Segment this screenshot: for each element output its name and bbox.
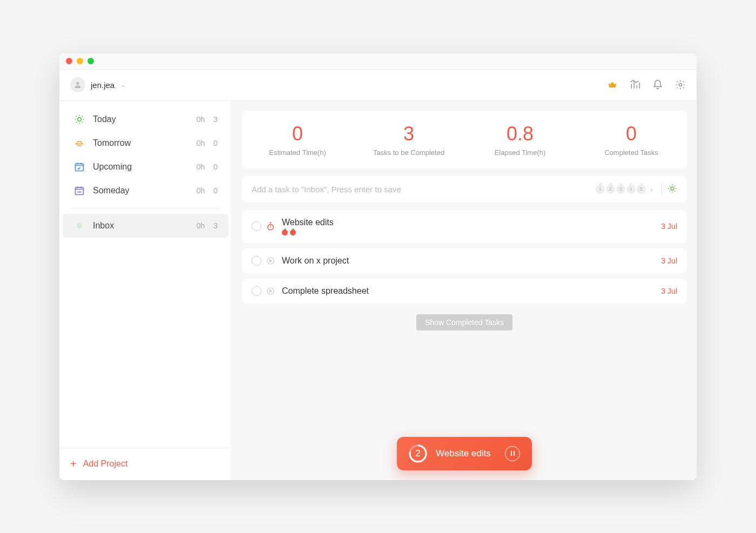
task-date: 3 Jul	[661, 287, 677, 295]
stopwatch-icon[interactable]	[266, 221, 275, 231]
task-row[interactable]: Work on x project 3 Jul	[242, 248, 687, 273]
sun-icon[interactable]	[667, 184, 677, 195]
svg-point-2	[78, 117, 82, 121]
window-minimize-button[interactable]	[77, 58, 83, 64]
bell-icon[interactable]	[652, 79, 663, 90]
user-menu[interactable]: jen.jea ⌄	[70, 77, 125, 92]
svg-rect-3	[76, 164, 84, 171]
stat-to-complete: 3 Tasks to be Completed	[353, 123, 464, 157]
body: Today 0h3 Tomorrow 0h0 Upcoming 0h0	[59, 101, 697, 480]
main-panel: 0 Estimated Time(h) 3 Tasks to be Comple…	[232, 101, 697, 480]
svg-point-6	[79, 192, 80, 192]
sidebar-item-label: Inbox	[93, 221, 197, 231]
sidebar-item-today[interactable]: Today 0h3	[63, 107, 228, 131]
crown-icon[interactable]	[607, 79, 618, 90]
sidebar-item-label: Today	[93, 114, 197, 124]
svg-point-5	[78, 192, 78, 192]
window-fullscreen-button[interactable]	[87, 58, 94, 64]
pomodoro-icon	[290, 230, 296, 235]
chevron-right-icon[interactable]: ›	[650, 185, 653, 194]
pause-icon	[511, 451, 515, 456]
sun-icon	[73, 113, 85, 125]
stopwatch-icon[interactable]: 3	[616, 185, 625, 194]
task-title: Work on x project	[282, 256, 661, 266]
gear-icon[interactable]	[675, 79, 686, 90]
pause-button[interactable]	[505, 446, 520, 461]
task-title: Complete spreadsheet	[282, 286, 661, 296]
sidebar-item-label: Upcoming	[93, 162, 197, 172]
calendar-someday-icon	[73, 185, 85, 197]
timer-progress-ring: 2	[409, 444, 427, 463]
svg-rect-4	[76, 187, 84, 194]
window-close-button[interactable]	[66, 58, 72, 64]
timer-count: 2	[415, 448, 420, 459]
stopwatch-icon[interactable]: 2	[606, 185, 615, 194]
sidebar-item-inbox[interactable]: Inbox 0h3	[63, 214, 228, 238]
add-task-input[interactable]: Add a task to "Inbox", Press enter to sa…	[242, 176, 687, 203]
timer-task-name: Website edits	[436, 448, 496, 459]
add-project-button[interactable]: + Add Project	[59, 448, 232, 480]
calendar-check-icon	[73, 161, 85, 173]
svg-point-0	[76, 82, 79, 85]
sidebar-item-label: Someday	[93, 186, 197, 195]
stats-icon[interactable]	[630, 79, 640, 90]
sunset-icon	[73, 137, 85, 149]
task-checkbox[interactable]	[252, 221, 261, 231]
task-checkbox[interactable]	[252, 286, 261, 296]
estimate-picker[interactable]: 1 2 3 4 5 ›	[596, 184, 677, 195]
stat-estimated: 0 Estimated Time(h)	[242, 123, 353, 157]
stat-elapsed: 0.8 Elapsed Time(h)	[464, 123, 576, 157]
sidebar-item-someday[interactable]: Someday 0h0	[63, 179, 228, 203]
stats-bar: 0 Estimated Time(h) 3 Tasks to be Comple…	[242, 111, 687, 168]
task-date: 3 Jul	[661, 222, 677, 231]
show-completed-button[interactable]: Show Completed Tasks	[416, 314, 512, 330]
task-row[interactable]: Website edits 3 Jul	[242, 210, 687, 243]
pomodoro-dots	[282, 230, 661, 235]
top-icons	[607, 79, 686, 90]
pomodoro-icon	[282, 230, 288, 235]
sidebar: Today 0h3 Tomorrow 0h0 Upcoming 0h0	[59, 101, 232, 480]
task-row[interactable]: Complete spreadsheet 3 Jul	[242, 279, 687, 303]
sidebar-item-tomorrow[interactable]: Tomorrow 0h0	[63, 131, 228, 155]
task-title: Website edits	[282, 218, 661, 227]
add-project-label: Add Project	[83, 459, 128, 469]
svg-point-7	[80, 192, 81, 192]
task-checkbox[interactable]	[252, 256, 261, 266]
app-window: jen.jea ⌄ Today 0h	[59, 53, 697, 480]
sidebar-divider	[70, 208, 221, 208]
pomodoro-timer-bar[interactable]: 2 Website edits	[397, 437, 532, 470]
add-task-placeholder: Add a task to "Inbox", Press enter to sa…	[252, 185, 596, 194]
plus-icon: +	[70, 458, 77, 470]
stopwatch-icon[interactable]: 1	[596, 185, 605, 194]
task-date: 3 Jul	[661, 257, 677, 265]
svg-point-1	[679, 84, 682, 86]
username: jen.jea	[91, 80, 114, 90]
play-timer-icon[interactable]	[266, 286, 275, 296]
chevron-down-icon: ⌄	[121, 82, 125, 88]
titlebar	[59, 53, 697, 70]
sidebar-item-upcoming[interactable]: Upcoming 0h0	[63, 155, 228, 179]
stopwatch-icon[interactable]: 4	[626, 185, 636, 194]
stopwatch-icon[interactable]: 5	[637, 185, 646, 194]
avatar	[70, 77, 85, 92]
sidebar-item-label: Tomorrow	[93, 138, 197, 148]
topbar: jen.jea ⌄	[59, 70, 697, 101]
inbox-icon	[73, 220, 85, 232]
stat-completed: 0 Completed Tasks	[576, 123, 687, 157]
play-timer-icon[interactable]	[266, 256, 275, 266]
svg-point-8	[671, 187, 674, 190]
